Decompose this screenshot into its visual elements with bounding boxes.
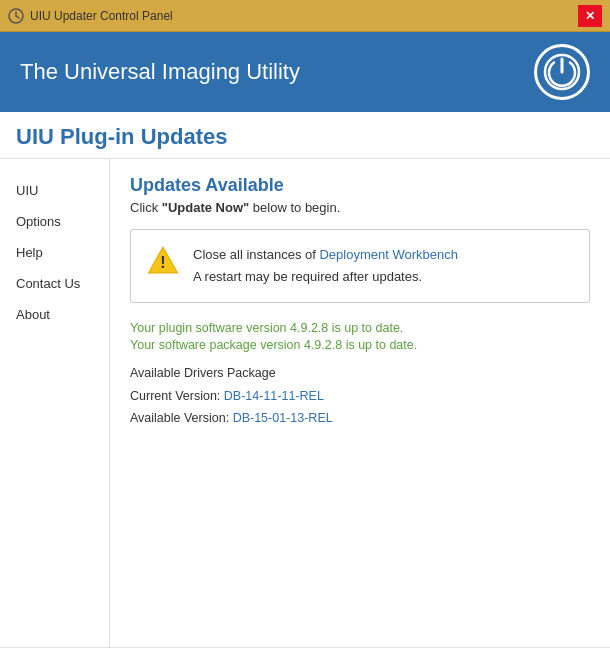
content-area: Updates Available Click "Update Now" bel… xyxy=(110,159,610,647)
title-bar: UIU Updater Control Panel ✕ xyxy=(0,0,610,32)
warning-box: ! Close all instances of Deployment Work… xyxy=(130,229,590,303)
warning-icon: ! xyxy=(147,244,179,276)
app-icon xyxy=(8,8,24,24)
package-info: Available Drivers Package Current Versio… xyxy=(130,362,590,430)
sidebar-item-options[interactable]: Options xyxy=(0,206,109,237)
warning-line2: A restart may be required after updates. xyxy=(193,269,422,284)
header: The Universal Imaging Utility xyxy=(0,32,610,112)
main-content: UIU Options Help Contact Us About Update… xyxy=(0,159,610,647)
warning-link: Deployment Workbench xyxy=(319,247,458,262)
svg-text:!: ! xyxy=(160,254,165,271)
sidebar-item-contact-us[interactable]: Contact Us xyxy=(0,268,109,299)
page-title-bar: UIU Plug-in Updates xyxy=(0,112,610,159)
header-title: The Universal Imaging Utility xyxy=(20,59,300,85)
info-line1: Your plugin software version 4.9.2.8 is … xyxy=(130,321,590,335)
sidebar-item-about[interactable]: About xyxy=(0,299,109,330)
current-version-row: Current Version: DB-14-11-11-REL xyxy=(130,385,590,408)
warning-line1: Close all instances of xyxy=(193,247,319,262)
sidebar: UIU Options Help Contact Us About xyxy=(0,159,110,647)
power-logo-svg xyxy=(543,53,581,91)
sidebar-item-help[interactable]: Help xyxy=(0,237,109,268)
updates-subtitle: Click "Update Now" below to begin. xyxy=(130,200,590,215)
page-title: UIU Plug-in Updates xyxy=(16,124,594,150)
title-bar-title: UIU Updater Control Panel xyxy=(30,9,173,23)
warning-text: Close all instances of Deployment Workbe… xyxy=(193,244,458,288)
power-icon xyxy=(534,44,590,100)
available-version-label: Available Version: xyxy=(130,411,233,425)
updates-title: Updates Available xyxy=(130,175,590,196)
sidebar-item-uiu[interactable]: UIU xyxy=(0,175,109,206)
package-label: Available Drivers Package xyxy=(130,362,590,385)
available-version-value: DB-15-01-13-REL xyxy=(233,411,333,425)
info-line2: Your software package version 4.9.2.8 is… xyxy=(130,338,590,352)
title-bar-left: UIU Updater Control Panel xyxy=(8,8,173,24)
current-version-label: Current Version: xyxy=(130,389,224,403)
current-version-value: DB-14-11-11-REL xyxy=(224,389,324,403)
available-version-row: Available Version: DB-15-01-13-REL xyxy=(130,407,590,430)
close-button[interactable]: ✕ xyxy=(578,5,602,27)
